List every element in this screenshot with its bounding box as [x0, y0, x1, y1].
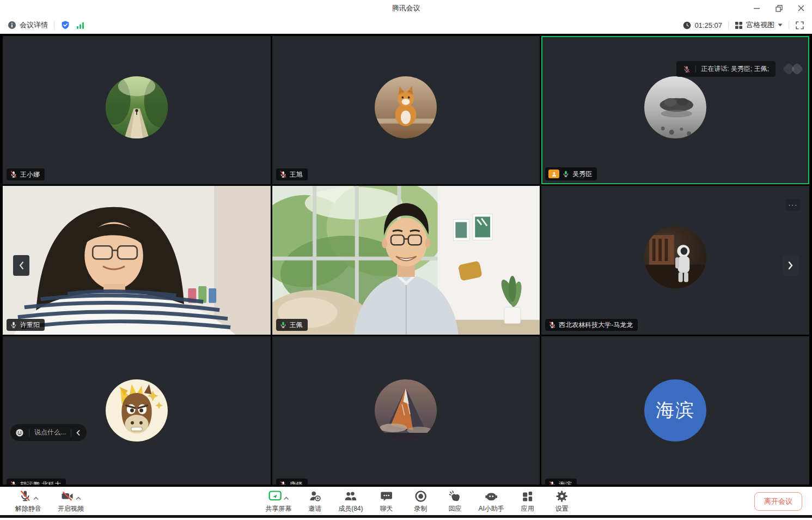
apps-label: 应用	[521, 504, 534, 513]
info-icon	[8, 21, 16, 29]
participant-name: 海滨	[559, 481, 572, 485]
chevron-right-icon	[788, 261, 793, 270]
clock-icon	[683, 21, 691, 29]
mic-muted-icon	[10, 481, 17, 485]
start-video-button[interactable]: 开启视频	[58, 489, 84, 513]
mic-on-icon	[10, 321, 17, 329]
collapse-chevron-left-icon[interactable]	[76, 430, 80, 436]
divider	[695, 65, 696, 72]
avatar-mountain	[375, 379, 437, 442]
previous-page-arrow[interactable]	[13, 255, 29, 276]
avatar-initials: 海滨	[644, 379, 706, 442]
participant-name: 胡运鹏 北科大	[20, 481, 61, 485]
titlebar: 腾讯会议	[0, 0, 812, 16]
name-tag: 吴秀臣	[545, 167, 597, 180]
video-tile-xuchongyang[interactable]: 许重阳	[3, 186, 271, 334]
mic-muted-icon	[548, 481, 556, 485]
members-label: 成员(84)	[338, 504, 363, 513]
apps-grid-icon	[521, 489, 534, 503]
invite-button[interactable]: 邀请	[304, 489, 326, 513]
video-tile-haibin[interactable]: 海滨 海滨	[541, 336, 809, 485]
speaking-banner: 正在讲话: 吴秀臣; 王佩;	[676, 61, 776, 77]
view-mode-dropdown[interactable]: 宫格视图	[735, 20, 783, 30]
next-page-arrow[interactable]	[783, 255, 799, 276]
window-title: 腾讯会议	[392, 3, 420, 13]
avatar-cartoon-horse	[106, 379, 168, 442]
name-tag: 胡运鹏 北科大	[7, 479, 66, 485]
view-mode-label: 宫格视图	[746, 20, 774, 30]
mic-muted-icon	[683, 65, 691, 73]
quick-chat-input[interactable]: 说点什么...	[10, 424, 87, 441]
chevron-up-icon[interactable]	[283, 496, 289, 500]
network-signal-icon[interactable]	[76, 21, 85, 29]
emoji-icon[interactable]	[15, 428, 24, 437]
avatar-astronaut	[644, 226, 706, 288]
members-button[interactable]: 成员(84)	[338, 489, 363, 513]
chat-placeholder: 说点什么...	[34, 428, 66, 437]
unmute-button[interactable]: 解除静音	[15, 489, 41, 513]
meeting-details-label: 会议详情	[20, 20, 48, 30]
name-tag: 王佩	[276, 319, 308, 331]
reaction-button[interactable]: 回应	[444, 489, 466, 513]
video-tile-wangxu[interactable]: 王旭	[272, 36, 540, 184]
record-button[interactable]: 录制	[410, 489, 432, 513]
chevron-up-icon[interactable]	[33, 496, 39, 500]
leave-meeting-button[interactable]: 离开会议	[754, 492, 802, 511]
divider	[29, 429, 29, 437]
reaction-label: 回应	[449, 504, 462, 513]
avatar-initials-text: 海滨	[656, 398, 695, 423]
tile-more-button[interactable]: ···	[785, 199, 801, 210]
divider	[728, 21, 729, 29]
mic-muted-icon	[279, 171, 287, 178]
record-label: 录制	[414, 504, 428, 513]
apps-button[interactable]: 应用	[517, 489, 539, 513]
video-tile-huyunpeng[interactable]: 说点什么... 胡运鹏 北科大	[3, 336, 271, 485]
chat-button[interactable]: 聊天	[376, 489, 398, 513]
record-icon	[414, 489, 428, 503]
video-tile-malonglong[interactable]: ···	[541, 186, 809, 334]
share-screen-button[interactable]: 共享屏幕	[265, 489, 291, 513]
security-shield-icon[interactable]	[60, 20, 70, 30]
ai-assistant-button[interactable]: AI小助手	[479, 489, 504, 513]
name-tag: 王旭	[276, 168, 308, 180]
chevron-left-icon	[19, 261, 24, 270]
minimize-icon[interactable]	[754, 5, 760, 11]
host-person-icon	[551, 171, 557, 177]
speaking-banner-text: 正在讲话: 吴秀臣; 王佩;	[701, 64, 769, 74]
ai-assistant-label: AI小助手	[479, 504, 504, 513]
chevron-up-icon[interactable]	[76, 496, 81, 500]
meeting-details-button[interactable]: 会议详情	[8, 20, 48, 30]
avatar-cat	[375, 76, 437, 138]
divider	[54, 21, 54, 29]
name-tag: 西北农林科技大学-马龙龙	[545, 319, 638, 331]
restore-icon[interactable]	[776, 5, 783, 12]
mic-muted-icon	[10, 171, 17, 178]
grid-view-icon	[735, 21, 743, 29]
window-controls	[754, 0, 804, 16]
video-tile-wangxiaona[interactable]: 王小娜	[3, 36, 271, 184]
window-bottom-edge	[0, 515, 812, 518]
members-icon	[344, 489, 358, 503]
close-icon[interactable]	[798, 5, 804, 11]
name-tag: 王小娜	[7, 168, 45, 180]
mic-active-icon	[562, 170, 570, 178]
settings-button[interactable]: 设置	[551, 489, 573, 513]
video-feed-wangpei	[272, 186, 540, 334]
video-tile-wangpei[interactable]: 王佩	[272, 186, 540, 334]
bottom-toolbar: 解除静音 开启视频 共享屏幕 邀请	[0, 487, 812, 515]
meeting-timer: 01:25:07	[683, 21, 722, 29]
invite-label: 邀请	[308, 504, 321, 513]
share-screen-label: 共享屏幕	[265, 504, 291, 513]
video-tile-wuxiuchen[interactable]: 正在讲话: 吴秀臣; 王佩;	[541, 36, 809, 184]
divider	[789, 21, 789, 29]
video-tile-kangduo[interactable]: 康铎	[272, 336, 540, 485]
video-feed-xuchongyang	[3, 186, 271, 334]
settings-label: 设置	[555, 504, 569, 513]
participant-name: 许重阳	[20, 322, 40, 328]
unmute-label: 解除静音	[15, 504, 41, 513]
avatar-forest-path	[106, 76, 168, 138]
host-badge	[548, 170, 559, 178]
avatar-island-lake	[644, 76, 706, 138]
divider	[71, 429, 71, 437]
fullscreen-icon[interactable]	[795, 21, 804, 30]
